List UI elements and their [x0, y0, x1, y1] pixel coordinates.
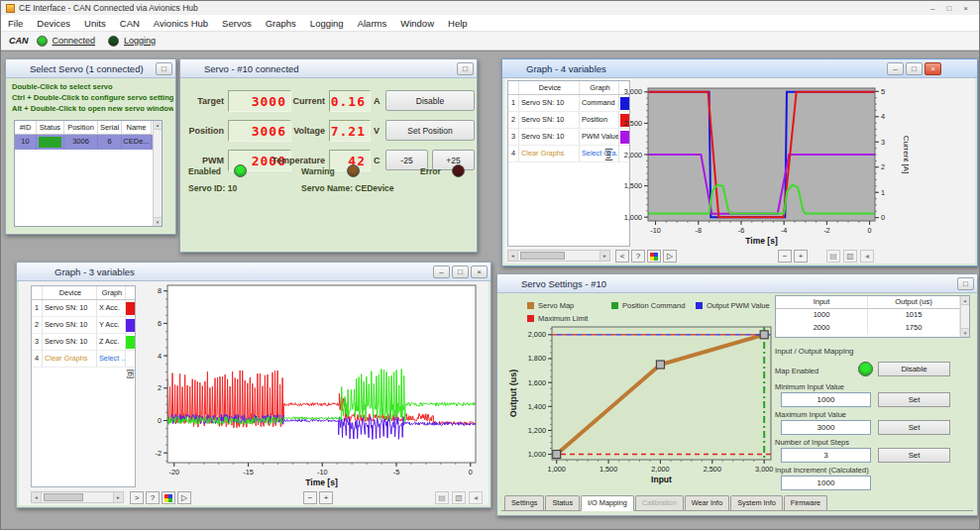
- menu-item-devices[interactable]: Devices: [30, 18, 77, 29]
- servo-settings-titlebar[interactable]: Servo Settings - #10: [497, 274, 977, 293]
- restore-icon[interactable]: □: [457, 62, 474, 75]
- step-forward-button[interactable]: >: [130, 491, 144, 504]
- svg-text:1,200: 1,200: [528, 426, 546, 435]
- io-table-row[interactable]: 1000 1015: [776, 309, 969, 322]
- scroll-left-icon[interactable]: ◂: [32, 492, 42, 502]
- select-graphs-link[interactable]: Select ...: [97, 351, 126, 367]
- disable-button[interactable]: Disable: [385, 90, 475, 111]
- menu-item-alarms[interactable]: Alarms: [351, 18, 394, 29]
- restore-icon[interactable]: □: [156, 62, 172, 75]
- enabled-indicator: [234, 164, 247, 177]
- menu-item-can[interactable]: CAN: [113, 18, 147, 29]
- minimize-icon[interactable]: –: [887, 62, 904, 75]
- scroll-up-icon[interactable]: ▴: [961, 296, 969, 305]
- tab-system-info[interactable]: System Info: [730, 495, 783, 510]
- scroll-down-icon[interactable]: ▾: [154, 217, 162, 226]
- map-disable-button[interactable]: Disable: [878, 362, 950, 376]
- scroll-right-icon[interactable]: ▸: [599, 251, 609, 261]
- main-titlebar[interactable]: CE Interface - CAN Connected via Avionic…: [1, 1, 979, 15]
- export-image-button[interactable]: ▤: [826, 250, 840, 263]
- window-title: CE Interface - CAN Connected via Avionic…: [19, 3, 198, 13]
- play-button[interactable]: ▷: [663, 250, 677, 263]
- tab-firmware[interactable]: Firmware: [784, 495, 827, 510]
- enabled-label: Enabled: [188, 166, 221, 176]
- collapse-panel-button[interactable]: ◂: [469, 491, 483, 504]
- menu-item-file[interactable]: File: [1, 18, 30, 29]
- servo-list-scrollbar[interactable]: ▴ ▾: [153, 121, 162, 226]
- steps-set-button[interactable]: Set: [878, 448, 950, 463]
- error-label: Error: [420, 166, 441, 176]
- min-input-set-button[interactable]: Set: [878, 392, 950, 407]
- max-input-field[interactable]: 3000: [781, 420, 871, 435]
- servo-titlebar[interactable]: Servo - #10 connected: [180, 59, 477, 78]
- export-data-button[interactable]: ▧: [843, 250, 857, 263]
- step-back-button[interactable]: <: [615, 250, 629, 263]
- tab-wear-info[interactable]: Wear Info: [685, 495, 730, 510]
- tab-settings[interactable]: Settings: [504, 495, 544, 510]
- warning-indicator: [347, 164, 360, 177]
- svg-text:2,000: 2,000: [528, 330, 546, 339]
- menu-item-servos[interactable]: Servos: [215, 18, 259, 29]
- series-row[interactable]: 1 Servo SN: 10 X Acc.: [32, 300, 135, 317]
- export-data-button[interactable]: ▧: [452, 491, 466, 504]
- series-row[interactable]: 2 Servo SN: 10 Y Acc.: [32, 317, 135, 334]
- series-row[interactable]: 3 Servo SN: 10 Z Acc.: [32, 334, 135, 351]
- col-input: Input: [776, 296, 868, 309]
- play-button[interactable]: ▷: [177, 491, 191, 504]
- connected-label[interactable]: Connected: [53, 36, 96, 46]
- io-table-row[interactable]: 2000 1750: [776, 322, 969, 335]
- scroll-up-icon[interactable]: ▴: [154, 121, 162, 130]
- table-h-scrollbar[interactable]: ◂ ▸: [31, 491, 124, 503]
- menu-item-units[interactable]: Units: [77, 18, 113, 29]
- scrollbar-thumb[interactable]: [44, 493, 83, 501]
- scrollbar-thumb[interactable]: [520, 252, 565, 260]
- scroll-down-icon[interactable]: ▾: [961, 328, 969, 337]
- restore-icon[interactable]: □: [452, 265, 469, 278]
- menu-item-avionics-hub[interactable]: Avionics Hub: [147, 18, 215, 29]
- palette-icon[interactable]: [162, 491, 175, 504]
- maximize-icon[interactable]: □: [946, 4, 951, 13]
- export-image-button[interactable]: ▤: [435, 491, 449, 504]
- svg-text:4: 4: [158, 352, 162, 361]
- clear-graphs-button[interactable]: Clear Graphs: [43, 351, 97, 367]
- tab-io-mapping[interactable]: I/O Mapping: [581, 495, 634, 511]
- zoom-out-button[interactable]: −: [778, 250, 792, 263]
- servo-settings-body: Servo Map Position Command Output PWM Va…: [499, 293, 975, 513]
- clear-graphs-button[interactable]: Clear Graphs: [519, 146, 580, 161]
- zoom-out-button[interactable]: −: [303, 491, 317, 504]
- graph3-titlebar[interactable]: Graph - 3 variables: [17, 263, 490, 281]
- scroll-left-icon[interactable]: ◂: [508, 251, 518, 261]
- menu-item-logging[interactable]: Logging: [303, 18, 351, 29]
- close-icon[interactable]: ×: [471, 265, 488, 278]
- set-position-button[interactable]: Set Position: [385, 120, 475, 141]
- restore-icon[interactable]: □: [906, 62, 923, 75]
- svg-text:1,000: 1,000: [624, 213, 642, 222]
- help-button[interactable]: ?: [631, 250, 645, 263]
- minimize-icon[interactable]: –: [433, 265, 450, 278]
- zoom-in-button[interactable]: +: [794, 250, 808, 263]
- min-input-label: Minimum Input Value: [775, 382, 844, 391]
- close-icon[interactable]: ×: [925, 62, 941, 75]
- steps-field[interactable]: 3: [781, 448, 871, 463]
- table-h-scrollbar[interactable]: ◂ ▸: [507, 250, 610, 262]
- error-indicator: [452, 164, 465, 177]
- menu-item-window[interactable]: Window: [393, 18, 441, 29]
- zoom-in-button[interactable]: +: [319, 491, 333, 504]
- tab-status[interactable]: Status: [545, 495, 580, 510]
- palette-icon[interactable]: [647, 250, 661, 263]
- scroll-right-icon[interactable]: ▸: [113, 492, 123, 502]
- max-input-set-button[interactable]: Set: [878, 420, 950, 435]
- min-input-field[interactable]: 1000: [781, 392, 871, 407]
- collapse-panel-button[interactable]: ◂: [860, 250, 874, 263]
- servo-table-row[interactable]: 10 3006 6 CEDe...: [15, 135, 162, 150]
- select-servo-titlebar[interactable]: Select Servo (1 connected): [6, 59, 175, 78]
- logging-label[interactable]: Logging: [124, 36, 156, 46]
- restore-icon[interactable]: □: [957, 277, 974, 290]
- current-label: Current: [266, 96, 325, 106]
- close-icon[interactable]: ×: [963, 4, 968, 13]
- menu-item-help[interactable]: Help: [441, 18, 475, 29]
- io-table-scrollbar[interactable]: ▴ ▾: [960, 296, 969, 337]
- menu-item-graphs[interactable]: Graphs: [259, 18, 303, 29]
- help-button[interactable]: ?: [146, 491, 160, 504]
- minimize-icon[interactable]: –: [930, 4, 934, 13]
